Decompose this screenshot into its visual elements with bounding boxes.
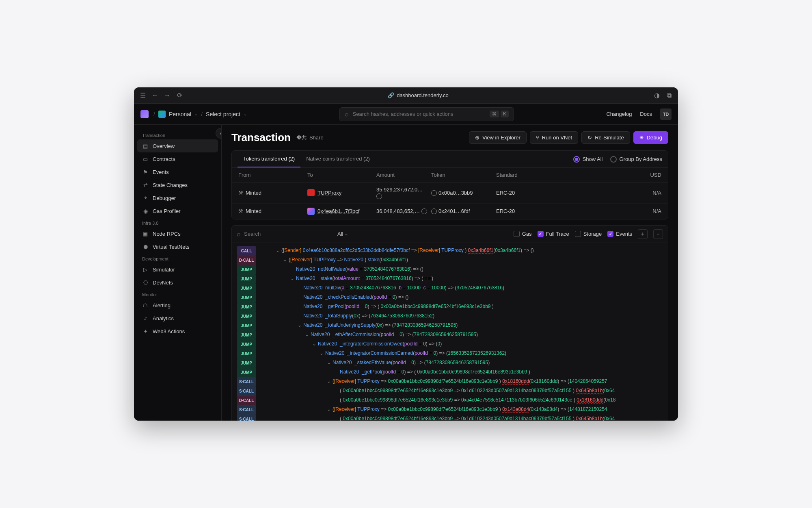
trace-line[interactable]: JUMPNative20 ._getPool(poolId = 0) => ( … [232,368,668,377]
project-selector[interactable]: Select project [206,111,240,117]
check-full-trace[interactable]: Full Trace [538,231,569,237]
view-explorer-button[interactable]: ⊕View in Explorer [469,131,527,144]
sidebar-item-analytics[interactable]: ⫽Analytics [137,312,218,325]
trace-search[interactable]: ⌕ [237,230,330,238]
to-address[interactable]: TUPProxy [317,190,341,196]
expand-chevron[interactable] [298,293,302,302]
info-icon[interactable] [376,193,382,199]
sidebar-item-web3-actions[interactable]: ✦Web3 Actions [137,325,218,338]
workspace-name[interactable]: Personal [169,111,191,117]
check-storage[interactable]: Storage [575,231,602,237]
trace-line[interactable]: JUMPNative20 .notNullValue(value = 37052… [232,265,668,274]
tab-native-coins[interactable]: Native coins transferred (2) [300,151,376,167]
expand-chevron[interactable] [290,265,294,274]
trace-line[interactable]: D·CALL( 0x00a0be1bbc0c99898df7e6524bf16e… [232,396,668,405]
expand-chevron[interactable]: ⌄ [283,256,287,265]
radio-group-by-address[interactable]: Group By Address [610,156,663,163]
sidebar-item-devnets[interactable]: ⎔DevNets [137,276,218,289]
sidebar-item-events[interactable]: ⚑Events [137,165,218,178]
trace-line[interactable]: S·CALL( 0x00a0be1bbc0c99898df7e6524bf16e… [232,415,668,421]
trace-line[interactable]: JUMP⌄Native20 ._integratorCommissionEarn… [232,349,668,358]
forward-icon[interactable]: → [164,92,171,99]
expand-chevron[interactable]: ⌄ [327,405,331,415]
sidebar-toggle-icon[interactable]: ☰ [140,92,146,99]
trace-line[interactable]: CALL⌄([Sender] 0x4ea6b10c888a2df6c2d5c33… [232,246,668,256]
trace-line[interactable]: JUMP⌄Native20 ._ethAfterCommission(poolI… [232,330,668,340]
tenderly-logo[interactable] [140,110,149,118]
check-gas[interactable]: Gas [514,231,532,237]
sidebar-item-node-rpcs[interactable]: ▣Node RPCs [137,227,218,240]
sidebar-item-virtual-testnets[interactable]: ⬢Virtual TestNets [137,240,218,253]
expand-chevron[interactable]: ⌄ [298,321,302,330]
expand-chevron[interactable] [298,302,302,312]
reload-icon[interactable]: ⟳ [176,92,183,99]
to-address[interactable]: 0x4ea6b1...7f3bcf [317,208,359,214]
debug-button[interactable]: ✴Debug [633,131,668,144]
sidebar-item-contracts[interactable]: ▭Contracts [137,152,218,165]
expand-chevron[interactable]: ⌄ [327,377,331,386]
trace-line[interactable]: S·CALL⌄([Receiver] TUPProxy => 0x00a0be1… [232,405,668,415]
state-changes-icon: ⇄ [142,182,149,188]
user-avatar[interactable]: TD [660,109,672,120]
op-tag-jump: JUMP [237,340,256,349]
trace-line[interactable]: JUMPNative20 ._checkPoolIsEnabled(poolId… [232,293,668,302]
expand-chevron[interactable]: ⌄ [327,358,331,368]
trace-search-input[interactable] [244,231,330,237]
tab-tokens-transferred[interactable]: Tokens transferred (2) [238,151,300,167]
trace-line[interactable]: D·CALL⌄([Receiver] TUPProxy => Native20 … [232,256,668,265]
info-icon[interactable] [431,208,437,214]
sidebar-item-debugger[interactable]: ⌖Debugger [137,191,218,204]
sidebar-item-overview[interactable]: ▤Overview [137,139,218,152]
tabs-icon[interactable]: ⧉ [666,92,672,99]
sidebar-item-simulator[interactable]: ▷Simulator [137,263,218,276]
expand-chevron[interactable] [298,284,302,293]
extension-icon[interactable]: ◑ [654,92,660,99]
trace-line[interactable]: JUMP⌄Native20 ._stakedEthValue(poolId = … [232,358,668,368]
info-icon[interactable] [431,190,437,196]
expand-chevron[interactable] [334,415,338,421]
info-icon[interactable] [421,208,427,214]
transfer-row[interactable]: ⚒Minted TUPProxy 35,929,237,672,0… 0x00a… [232,182,668,204]
trace-filter-dropdown[interactable]: All⌄ [334,229,351,239]
expand-chevron[interactable] [298,312,302,321]
expand-chevron[interactable] [334,396,338,405]
check-events[interactable]: Events [607,231,632,237]
expand-chevron[interactable] [334,386,338,396]
expand-chevron[interactable] [334,368,338,377]
transfers-table: From To Amount Token Standard USD ⚒Minte… [232,168,668,219]
back-icon[interactable]: ← [152,92,158,99]
trace-line[interactable]: JUMP⌄Native20 ._stake(totalAmount = 3705… [232,274,668,284]
collapse-all-button[interactable]: － [653,229,663,239]
expand-chevron[interactable]: ⌄ [312,340,316,349]
overview-icon: ▤ [142,143,149,149]
expand-all-button[interactable]: ＋ [638,229,648,239]
radio-show-all[interactable]: Show All [573,156,603,163]
global-search[interactable]: ⌕ ⌘ K [339,107,514,121]
share-button[interactable]: �共 Share [296,134,324,141]
sidebar-item-alerting[interactable]: ☖Alerting [137,299,218,312]
sidebar-item-state-changes[interactable]: ⇄State Changes [137,178,218,191]
transfer-row[interactable]: ⚒Minted 0x4ea6b1...7f3bcf 36,048,483,652… [232,204,668,219]
sidebar-item-gas-profiler[interactable]: ◉Gas Profiler [137,204,218,217]
node-rpcs-icon: ▣ [142,230,149,237]
trace-line[interactable]: S·CALL( 0x00a0be1bbc0c99898df7e6524bf16e… [232,386,668,396]
url-bar[interactable]: 🔗 dashboard.tenderly.co [188,92,649,98]
trace-line[interactable]: JUMP⌄Native20 ._integratorCommissionOwed… [232,340,668,349]
expand-chevron[interactable]: ⌄ [305,330,309,340]
trace-line[interactable]: JUMPNative20 ._getPool(poolId = 0) => ( … [232,302,668,312]
trace-line[interactable]: JUMPNative20 ._totalSupply(0x) => (76346… [232,312,668,321]
expand-chevron[interactable]: ⌄ [290,274,294,284]
docs-link[interactable]: Docs [640,111,652,117]
trace-line[interactable]: S·CALL⌄([Receiver] TUPProxy => 0x00a0be1… [232,377,668,386]
trace-line[interactable]: JUMPNative20 .mulDiv(a = 370524840767638… [232,284,668,293]
expand-chevron[interactable]: ⌄ [320,349,324,358]
chevron-down-icon[interactable]: ⌄ [194,112,198,116]
changelog-link[interactable]: Changelog [606,111,632,117]
run-vnet-button[interactable]: ⑂Run on VNet [530,131,578,144]
search-input[interactable] [353,111,486,117]
expand-chevron[interactable]: ⌄ [276,246,280,256]
trace-line[interactable]: JUMP⌄Native20 ._totalUnderlyingSupply(0x… [232,321,668,330]
resimulate-button[interactable]: ↻Re-Simulate [581,131,630,144]
op-tag-jump: JUMP [237,349,256,358]
chevron-down-icon[interactable]: ⌄ [244,112,247,116]
